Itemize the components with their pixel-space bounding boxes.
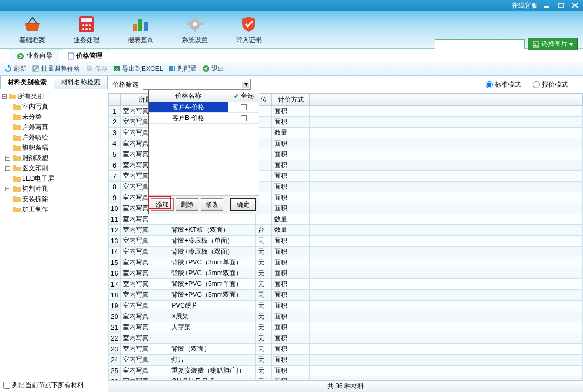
cell-name[interactable]: 重复安装费（喇叭旗/门） — [169, 366, 256, 376]
cell-unit[interactable]: 无 — [256, 301, 272, 311]
tree-root[interactable]: − 所有类别 — [1, 91, 107, 102]
table-row[interactable]: 11室内写真数量 — [109, 214, 583, 225]
cell-name[interactable]: X展架 — [169, 311, 256, 322]
cell-calc[interactable]: 面积 — [272, 236, 310, 247]
cell-name[interactable]: 背胶+冷压板（双面） — [169, 247, 256, 257]
cell-calc[interactable]: 面积 — [272, 355, 310, 366]
cell-calc[interactable]: 面积 — [272, 301, 310, 311]
cell-calc[interactable]: 面积 — [272, 333, 310, 344]
table-row[interactable]: 24室内写真灯片无面积 — [109, 355, 583, 366]
radio-standard[interactable]: 标准模式 — [486, 80, 521, 89]
popup-select-all[interactable]: ✔全选 — [228, 90, 259, 102]
tree-node[interactable]: +切割冲孔 — [1, 184, 107, 194]
cell-calc[interactable]: 面积 — [272, 290, 310, 301]
cell-unit[interactable] — [256, 214, 272, 225]
tree-node[interactable]: 加工制作 — [1, 204, 107, 215]
column-config-button[interactable]: 列配置 — [168, 64, 197, 74]
cell-category[interactable]: 室内写真 — [121, 301, 169, 311]
refresh-button[interactable]: 刷新 — [4, 64, 27, 74]
table-row[interactable]: 22室内写真无面积 — [109, 333, 583, 344]
table-row[interactable]: 17室内写真背胶+PVC（5mm单面）无面积 — [109, 279, 583, 290]
cell-category[interactable]: 室内写真 — [121, 247, 169, 257]
cell-name[interactable]: 背胶（双面） — [169, 344, 256, 355]
cell-category[interactable]: 室内写真 — [121, 311, 169, 322]
cell-name[interactable]: ON SALE 吊牌 — [169, 376, 256, 381]
cell-unit[interactable]: 无 — [256, 290, 272, 301]
cell-calc[interactable]: 面积 — [272, 366, 310, 376]
cell-name[interactable]: 背胶+KT板（双面） — [169, 225, 256, 236]
tab-guide[interactable]: 业务向导 — [10, 49, 59, 62]
popup-row[interactable]: 客户B-价格 — [149, 113, 259, 124]
table-row[interactable]: 18室内写真背胶+PVC（5mm双面）无面积 — [109, 290, 583, 301]
popup-row-checkbox[interactable] — [241, 115, 247, 121]
cell-calc[interactable]: 面积 — [272, 106, 310, 117]
side-tab-category[interactable]: 材料类别检索 — [0, 76, 54, 89]
tree-node[interactable]: 室内写真 — [1, 102, 107, 112]
cell-calc[interactable]: 面积 — [272, 117, 310, 128]
cell-calc[interactable]: 面积 — [272, 311, 310, 322]
cell-calc[interactable]: 面积 — [272, 203, 310, 214]
cell-category[interactable]: 室内写真 — [121, 290, 169, 301]
cell-category[interactable]: 室内写真 — [121, 344, 169, 355]
cell-name[interactable]: PVC硬片 — [169, 301, 256, 311]
cell-category[interactable]: 室内写真 — [121, 333, 169, 344]
cell-calc[interactable]: 面积 — [272, 376, 310, 381]
cell-calc[interactable]: 面积 — [272, 257, 310, 268]
cell-calc[interactable]: 面积 — [272, 171, 310, 182]
cell-name[interactable] — [169, 333, 256, 344]
cell-calc[interactable]: 面积 — [272, 247, 310, 257]
radio-quote[interactable]: 报价模式 — [533, 80, 568, 89]
tree-node[interactable]: 户外喷绘 — [1, 132, 107, 143]
cell-name[interactable] — [169, 214, 256, 225]
cell-unit[interactable]: 无 — [256, 344, 272, 355]
cell-calc[interactable]: 面积 — [272, 192, 310, 203]
exit-button[interactable]: 退出 — [202, 64, 224, 74]
cell-unit[interactable]: 无 — [256, 355, 272, 366]
radio-standard-input[interactable] — [486, 81, 493, 88]
table-row[interactable]: 14室内写真背胶+冷压板（双面）无面积 — [109, 247, 583, 257]
cell-name[interactable]: 灯片 — [169, 355, 256, 366]
cell-category[interactable]: 室内写真 — [121, 366, 169, 376]
table-row[interactable]: 19室内写真PVC硬片无面积 — [109, 301, 583, 311]
cell-unit[interactable]: 无 — [256, 376, 272, 381]
cell-category[interactable]: 室内写真 — [121, 355, 169, 366]
table-row[interactable]: 13室内写真背胶+冷压板（单面）无面积 — [109, 236, 583, 247]
cell-category[interactable]: 室内写真 — [121, 257, 169, 268]
price-filter-combo[interactable]: ▾ — [143, 79, 251, 90]
popup-edit-button[interactable]: 修改 — [201, 198, 223, 211]
cell-category[interactable]: 室内写真 — [121, 214, 169, 225]
tree-node[interactable]: 户外写真 — [1, 122, 107, 132]
table-row[interactable]: 12室内写真背胶+KT板（双面）台数量 — [109, 225, 583, 236]
ribbon-settings[interactable]: 系统设置 — [168, 14, 222, 45]
tab-price-manage[interactable]: 价格管理 — [61, 49, 109, 62]
maximize-button[interactable] — [556, 2, 566, 9]
cell-unit[interactable]: 无 — [256, 279, 272, 290]
popup-add-button[interactable]: 添加 — [151, 198, 174, 211]
side-tab-name[interactable]: 材料名称检索 — [54, 76, 108, 89]
cell-unit[interactable]: 无 — [256, 268, 272, 279]
cell-name[interactable]: 背胶+冷压板（单面） — [169, 236, 256, 247]
expand-icon[interactable]: + — [5, 187, 10, 191]
cell-unit[interactable]: 无 — [256, 257, 272, 268]
table-row[interactable]: 20室内写真X展架无面积 — [109, 311, 583, 322]
close-button[interactable] — [570, 2, 580, 9]
cell-unit[interactable]: 无 — [256, 333, 272, 344]
list-all-checkbox[interactable] — [3, 382, 10, 389]
expand-icon[interactable]: + — [5, 166, 10, 171]
cell-unit[interactable]: 无 — [256, 322, 272, 333]
tree-node[interactable]: +雕刻吸塑 — [1, 153, 107, 163]
table-row[interactable]: 16室内写真背胶+PVC（3mm双面）无面积 — [109, 268, 583, 279]
cell-name[interactable]: 人字架 — [169, 322, 256, 333]
table-row[interactable]: 15室内写真背胶+PVC（3mm单面）无面积 — [109, 257, 583, 268]
cell-calc[interactable]: 数量 — [272, 214, 310, 225]
cell-unit[interactable]: 无 — [256, 247, 272, 257]
cell-calc[interactable]: 面积 — [272, 149, 310, 160]
ribbon-import-cert[interactable]: 导入证书 — [222, 14, 276, 45]
table-row[interactable]: 21室内写真人字架无面积 — [109, 322, 583, 333]
online-service-link[interactable]: 在线客服 — [512, 1, 538, 10]
cell-category[interactable]: 室内写真 — [121, 322, 169, 333]
export-excel-button[interactable]: X导出到EXCEL — [113, 64, 163, 74]
collapse-icon[interactable]: − — [2, 94, 7, 99]
tree-node[interactable]: 旗帜条幅 — [1, 143, 107, 153]
cell-unit[interactable]: 无 — [256, 236, 272, 247]
